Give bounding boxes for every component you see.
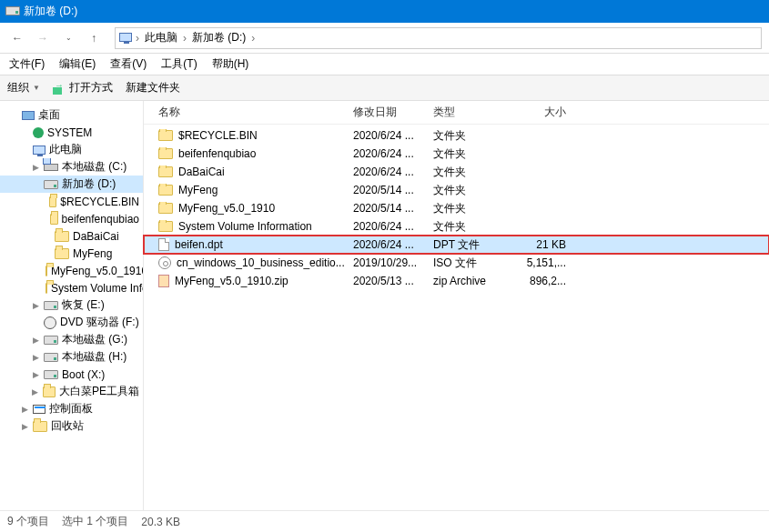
address-bar[interactable]: › 此电脑 › 新加卷 (D:) › [115, 27, 762, 49]
file-type: 文件夹 [433, 183, 517, 198]
drive-icon [5, 5, 18, 18]
tree-item[interactable]: $RECYCLE.BIN [0, 193, 143, 210]
file-row[interactable]: beifen.dpt2020/6/24 ...DPT 文件21 KB [144, 236, 769, 254]
window-title: 新加卷 (D:) [24, 4, 77, 19]
expand-icon[interactable]: ▶ [31, 336, 40, 345]
expand-icon[interactable]: ▶ [20, 422, 29, 431]
folder-icon [43, 386, 56, 397]
file-type: 文件夹 [433, 219, 517, 235]
file-name: DaBaiCai [178, 166, 225, 178]
back-button[interactable]: ← [7, 28, 27, 48]
status-count: 9 个项目 [7, 514, 49, 529]
file-row[interactable]: System Volume Information2020/6/24 ...文件… [144, 217, 769, 236]
col-type[interactable]: 类型 [433, 105, 517, 120]
col-date[interactable]: 修改日期 [353, 105, 433, 120]
file-date: 2020/6/24 ... [353, 220, 433, 233]
expand-icon[interactable]: ▶ [31, 163, 40, 172]
tree-label: DVD 驱动器 (F:) [60, 315, 139, 330]
title-bar: 新加卷 (D:) [0, 0, 769, 23]
tree-item[interactable]: 新加卷 (D:) [0, 176, 143, 193]
forward-button[interactable]: → [33, 28, 53, 48]
de-icon [22, 111, 35, 120]
tree-item[interactable]: ▶恢复 (E:) [0, 296, 143, 314]
tree-label: 此电脑 [49, 142, 82, 157]
column-headers[interactable]: 名称 修改日期 类型 大小 [144, 101, 769, 125]
tree-item[interactable]: SYSTEM [0, 124, 143, 141]
file-date: 2020/6/24 ... [353, 238, 433, 251]
menu-tools[interactable]: 工具(T) [161, 56, 197, 72]
organize-button[interactable]: 组织▼ [7, 80, 40, 95]
expand-icon[interactable]: ▶ [31, 301, 40, 310]
expand-icon[interactable]: ▶ [31, 370, 40, 379]
tree-item[interactable]: DVD 驱动器 (F:) [0, 314, 143, 331]
tree-label: System Volume Information [51, 282, 143, 295]
menu-help[interactable]: 帮助(H) [212, 56, 249, 72]
open-with-button[interactable]: 打开方式 [53, 80, 113, 95]
tree-item[interactable]: ▶大白菜PE工具箱 [0, 383, 143, 400]
tree-item[interactable]: 此电脑 [0, 141, 143, 158]
file-row[interactable]: beifenfenqubiao2020/6/24 ...文件夹 [144, 145, 769, 163]
file-row[interactable]: MyFeng_v5.0_1910.zip2020/5/13 ...zip Arc… [144, 272, 769, 290]
file-date: 2020/5/13 ... [353, 275, 433, 287]
drive-icon [44, 336, 58, 345]
expand-icon[interactable]: ▶ [31, 387, 39, 396]
drive-icon [44, 370, 58, 379]
file-type: 文件夹 [433, 165, 517, 180]
new-folder-button[interactable]: 新建文件夹 [126, 80, 180, 95]
folder-icon [55, 231, 69, 242]
file-pane: 名称 修改日期 类型 大小 $RECYCLE.BIN2020/6/24 ...文… [144, 101, 769, 510]
tree-item[interactable]: ▶回收站 [0, 417, 143, 435]
breadcrumb-pc[interactable]: 此电脑 [143, 30, 179, 45]
col-name[interactable]: 名称 [155, 105, 353, 120]
file-name: System Volume Information [178, 220, 312, 233]
file-row[interactable]: MyFeng2020/5/14 ...文件夹 [144, 181, 769, 199]
folder-icon [158, 185, 173, 196]
file-icon [158, 238, 169, 251]
tree-item[interactable]: ▶控制面板 [0, 400, 143, 417]
tree-item[interactable]: 桌面 [0, 106, 143, 124]
tree-item[interactable]: ▶本地磁盘 (C:) [0, 158, 143, 176]
tree-label: beifenfenqubiao [62, 213, 139, 226]
menu-bar: 文件(F) 编辑(E) 查看(V) 工具(T) 帮助(H) [0, 54, 769, 75]
up-button[interactable]: ↑ [84, 28, 104, 48]
tree-label: 本地磁盘 (C:) [62, 159, 126, 175]
chevron-right-icon: › [136, 32, 139, 45]
file-date: 2019/10/29... [353, 256, 433, 269]
tree-item[interactable]: DaBaiCai [0, 227, 143, 245]
file-date: 2020/6/24 ... [353, 129, 433, 142]
file-name: MyFeng [178, 184, 218, 196]
file-row[interactable]: cn_windows_10_business_editio...2019/10/… [144, 254, 769, 272]
menu-edit[interactable]: 编辑(E) [59, 56, 96, 72]
folder-icon [55, 248, 69, 259]
expand-icon[interactable]: ▶ [31, 353, 40, 362]
tree-item[interactable]: MyFeng [0, 245, 143, 262]
file-row[interactable]: $RECYCLE.BIN2020/6/24 ...文件夹 [144, 126, 769, 145]
tree-item[interactable]: ▶本地磁盘 (H:) [0, 348, 143, 366]
nav-tree[interactable]: 桌面SYSTEM此电脑▶本地磁盘 (C:)新加卷 (D:)$RECYCLE.BI… [0, 101, 144, 510]
file-date: 2020/5/14 ... [353, 184, 433, 196]
nav-bar: ← → ⌄ ↑ › 此电脑 › 新加卷 (D:) › [0, 23, 769, 54]
chevron-right-icon: › [183, 32, 187, 45]
breadcrumb-drive[interactable]: 新加卷 (D:) [190, 30, 248, 45]
file-type: 文件夹 [433, 146, 517, 162]
tree-item[interactable]: ▶本地磁盘 (G:) [0, 331, 143, 348]
monitor-icon [33, 146, 46, 155]
expand-icon[interactable]: ▶ [20, 405, 29, 414]
tree-item[interactable]: System Volume Information [0, 279, 143, 296]
dvd-icon [44, 316, 56, 329]
file-row[interactable]: DaBaiCai2020/6/24 ...文件夹 [144, 163, 769, 181]
tree-label: MyFeng [73, 247, 112, 260]
menu-view[interactable]: 查看(V) [110, 56, 147, 72]
recent-dropdown[interactable]: ⌄ [58, 28, 78, 48]
tree-item[interactable]: ▶Boot (X:) [0, 366, 143, 383]
file-row[interactable]: MyFeng_v5.0_19102020/5/14 ...文件夹 [144, 199, 769, 217]
drive-icon [44, 180, 58, 189]
tree-item[interactable]: MyFeng_v5.0_1910 [0, 262, 143, 279]
file-list[interactable]: $RECYCLE.BIN2020/6/24 ...文件夹beifenfenqub… [144, 125, 769, 510]
col-size[interactable]: 大小 [517, 105, 572, 120]
file-name: beifenfenqubiao [178, 147, 256, 160]
menu-file[interactable]: 文件(F) [9, 56, 45, 72]
folder-icon [158, 148, 173, 159]
tree-item[interactable]: beifenfenqubiao [0, 210, 143, 227]
file-type: DPT 文件 [433, 237, 517, 253]
